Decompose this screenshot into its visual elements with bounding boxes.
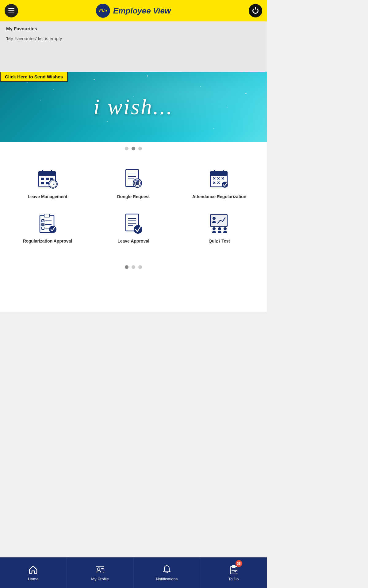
svg-rect-20 [136,182,137,185]
svg-point-59 [213,227,216,230]
dongle-request-item[interactable]: Dongle Request [92,164,175,202]
attendance-regularization-icon [208,167,231,190]
dot2-1[interactable] [125,265,128,269]
wishes-section: Click Here to Send Wishes i wish... [0,72,267,142]
menu-button[interactable] [5,4,18,17]
logo-circle: EVu [96,4,110,18]
leave-approval-icon [122,212,145,235]
leave-management-item[interactable]: Leave Management [6,164,89,202]
carousel-dots-2 [0,259,267,275]
svg-rect-5 [46,178,49,180]
home-icon [28,564,38,575]
svg-point-60 [218,227,221,230]
attendance-regularization-label: Attendance Regularization [192,194,247,199]
bell-icon [162,564,172,575]
icons-grid: Leave Management [6,164,261,250]
app-header: EVu Employee View [0,0,267,21]
todo-label: To Do [228,577,239,581]
svg-rect-21 [137,181,139,185]
nav-home[interactable]: Home [0,558,67,588]
dongle-request-svg [122,167,145,190]
leave-management-icon [36,167,59,190]
svg-rect-23 [210,172,227,176]
dot-3[interactable] [138,147,142,150]
logo-text: EVu [99,9,107,13]
regularization-approval-icon [36,212,59,235]
attendance-regularization-item[interactable]: Attendance Regularization [178,164,261,202]
home-label: Home [28,577,39,581]
todo-badge: 35 [236,560,242,567]
icons-section: Leave Management [0,155,267,259]
regularization-approval-label: Regularization Approval [23,238,72,244]
notifications-label: Notifications [156,577,178,581]
svg-point-63 [98,568,100,570]
leave-management-label: Leave Management [28,194,67,199]
nav-to-do[interactable]: 35 To Do [200,558,267,588]
leave-management-svg [36,167,59,190]
nav-my-profile[interactable]: My Profile [67,558,134,588]
bottom-nav: Home My Profile Notifications 35 [0,557,267,588]
leave-approval-svg [122,212,145,235]
quiz-test-icon [208,212,231,235]
nav-notifications[interactable]: Notifications [134,558,201,588]
svg-point-58 [213,217,216,220]
svg-rect-7 [41,182,44,184]
wishes-banner: i wish... [0,72,267,142]
dongle-request-label: Dongle Request [117,194,150,199]
favourites-empty: 'My Favourites' list is empty [6,34,261,66]
leave-approval-label: Leave Approval [117,238,149,244]
favourites-title: My Favourites [6,26,261,31]
attendance-regularization-svg [208,167,231,190]
regularization-approval-item[interactable]: Regularization Approval [6,209,89,247]
send-wishes-button[interactable]: Click Here to Send Wishes [0,72,68,82]
svg-rect-47 [42,227,44,229]
wishes-text: i wish... [94,94,173,120]
regularization-approval-svg [36,212,59,235]
svg-rect-4 [41,178,44,180]
header-logo: EVu Employee View [96,4,171,18]
svg-rect-38 [44,214,50,217]
power-icon [252,8,259,14]
quiz-test-item[interactable]: Quiz / Test [178,209,261,247]
my-profile-label: My Profile [91,577,109,581]
quiz-test-label: Quiz / Test [209,238,230,244]
carousel-dots-1 [0,142,267,155]
svg-rect-1 [39,172,56,176]
svg-rect-8 [46,182,49,184]
svg-rect-57 [210,215,227,226]
svg-point-61 [224,227,227,230]
dot-2[interactable] [132,147,135,150]
quiz-test-svg [208,212,231,235]
dot2-2[interactable] [132,265,135,269]
favourites-section: My Favourites 'My Favourites' list is em… [0,21,267,72]
dongle-request-icon [122,167,145,190]
dot2-3[interactable] [138,265,142,269]
hamburger-icon [8,8,14,13]
profile-icon [95,564,105,575]
power-button[interactable] [249,4,262,17]
app-title: Employee View [113,6,171,16]
bottom-spacer [0,275,267,312]
leave-approval-item[interactable]: Leave Approval [92,209,175,247]
dot-1[interactable] [125,147,128,150]
